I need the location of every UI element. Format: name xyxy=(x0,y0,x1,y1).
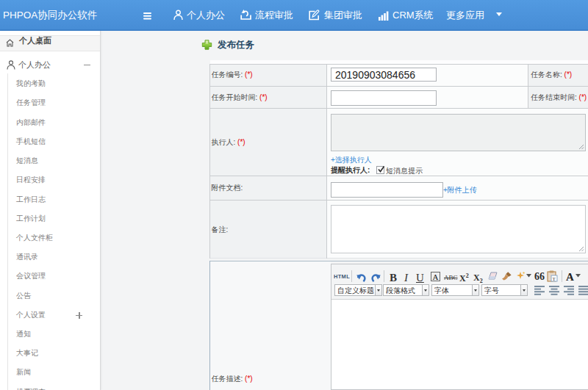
svg-text:T: T xyxy=(553,276,556,282)
